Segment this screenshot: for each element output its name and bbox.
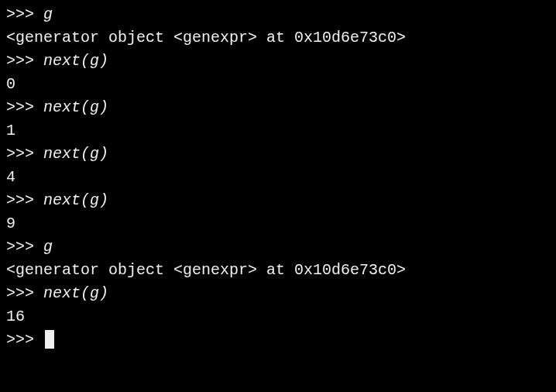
repl-output: 16 — [6, 308, 25, 325]
repl-input: next(g) — [43, 98, 108, 116]
terminal-line: >>> — [6, 328, 550, 352]
repl-prompt: >>> — [6, 238, 43, 256]
repl-output: <generator object <genexpr> at 0x10d6e73… — [6, 29, 406, 46]
repl-output: <generator object <genexpr> at 0x10d6e73… — [6, 261, 406, 279]
repl-input: next(g) — [43, 145, 108, 163]
repl-input: g — [43, 238, 53, 256]
terminal-line: 9 — [6, 212, 550, 236]
terminal-line: >>> next(g) — [6, 143, 550, 166]
cursor — [45, 330, 54, 349]
repl-input: next(g) — [43, 191, 108, 209]
repl-output: 9 — [6, 215, 15, 232]
terminal-line: <generator object <genexpr> at 0x10d6e73… — [6, 259, 550, 282]
terminal-line: >>> next(g) — [6, 189, 550, 212]
repl-prompt: >>> — [6, 284, 43, 302]
terminal-line: >>> g — [6, 3, 550, 26]
terminal-line: <generator object <genexpr> at 0x10d6e73… — [6, 26, 550, 50]
terminal-line: 4 — [6, 166, 550, 189]
terminal-line: >>> next(g) — [6, 282, 550, 305]
repl-output: 4 — [6, 168, 15, 186]
repl-input: g — [43, 5, 53, 23]
repl-prompt: >>> — [6, 98, 43, 116]
repl-prompt: >>> — [6, 52, 43, 70]
repl-prompt: >>> — [6, 145, 43, 163]
terminal-line: 1 — [6, 119, 550, 143]
repl-input: next(g) — [43, 52, 108, 70]
repl-prompt: >>> — [6, 191, 43, 209]
repl-prompt: >>> — [6, 331, 43, 349]
repl-output: 1 — [6, 122, 15, 139]
terminal-line: 16 — [6, 305, 550, 328]
terminal[interactable]: >>> g<generator object <genexpr> at 0x10… — [6, 3, 550, 352]
repl-output: 0 — [6, 75, 15, 93]
terminal-line: 0 — [6, 73, 550, 96]
terminal-line: >>> next(g) — [6, 50, 550, 73]
repl-input: next(g) — [43, 284, 108, 302]
repl-prompt: >>> — [6, 5, 43, 23]
terminal-line: >>> next(g) — [6, 96, 550, 119]
terminal-line: >>> g — [6, 236, 550, 259]
